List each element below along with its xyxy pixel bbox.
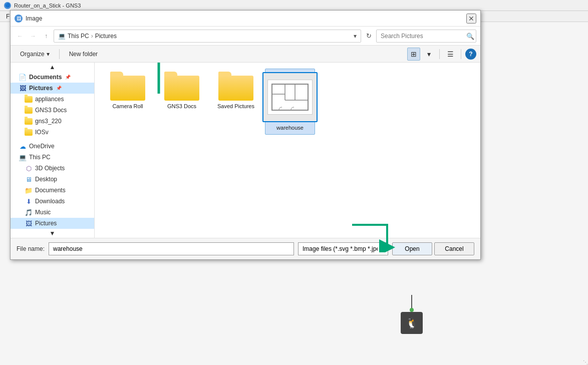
sidebar-appliances-label: appliances [35,96,64,103]
sidebar-item-pictures[interactable]: 🖼 Pictures 📌 [11,83,94,94]
dialog-icon: 🖼 [15,15,23,23]
desktop-icon: 🖥 [25,175,33,183]
sidebar-pictures2-label: Pictures [35,220,57,227]
thispc-icon: 💻 [19,153,27,161]
sidebar-music-label: Music [35,209,51,216]
folder-icon-gns3220 [25,117,33,125]
breadcrumb-pictures: Pictures [95,33,117,40]
breadcrumb: 💻 This PC › Pictures ▾ [54,30,361,43]
sidebar-item-gns3docs[interactable]: GNS3 Docs [11,105,94,116]
sidebar-scroll-up[interactable]: ▲ [11,63,94,72]
sidebar-documents-label: Documents [29,74,62,81]
file-item-saved-pictures[interactable]: Saved Pictures [211,69,261,135]
breadcrumb-sep: › [91,33,93,40]
nav-back-button[interactable]: ← [15,31,26,42]
sidebar-gns3220-label: gns3_220 [35,118,62,125]
warehouse-preview [262,72,318,122]
sidebar-item-desktop[interactable]: 🖥 Desktop [11,174,94,185]
toolbar-right: ⊞ ▾ ☰ ? [407,48,476,61]
documents2-icon: 📁 [25,186,33,194]
sidebar: ▲ 📄 Documents 📌 🖼 Pictures 📌 [11,63,95,238]
sidebar-item-appliances[interactable]: appliances [11,94,94,105]
pictures2-icon: 🖼 [25,219,33,227]
toolbar: Organize ▾ New folder ⊞ ▾ ☰ ? [11,46,480,63]
resize-handle[interactable]: ⋱ [582,359,588,365]
documents-icon: 📄 [19,73,27,81]
nav-up-button[interactable]: ↑ [41,31,52,42]
folder-icon-camera-roll [110,72,145,101]
sidebar-3dobjects-label: 3D Objects [35,165,65,172]
dialog-close-button[interactable]: ✕ [466,14,476,24]
toolbar-separator [59,49,60,59]
dialog-footer: File name: Image files (*.svg *.bmp *.jp… [11,238,480,259]
onedrive-icon: ☁ [19,142,27,150]
file-item-gns3-docs[interactable]: GNS3 Docs [157,69,207,135]
file-item-camera-roll[interactable]: Camera Roll [103,69,153,135]
refresh-button[interactable]: ↻ [363,31,374,42]
sidebar-item-gns3220[interactable]: gns3_220 [11,116,94,127]
sidebar-item-music[interactable]: 🎵 Music [11,207,94,218]
sidebar-documents2-label: Documents [35,187,66,194]
gns3-docs-name: GNS3 Docs [167,103,196,110]
sidebar-item-pictures2[interactable]: 🖼 Pictures [11,218,94,229]
saved-pictures-name: Saved Pictures [217,103,254,110]
folder-icon-saved-pictures [218,72,253,101]
help-button[interactable]: ? [465,49,476,60]
breadcrumb-icon: 💻 [58,33,66,40]
warehouse-img [267,80,313,115]
organize-dropdown-icon: ▾ [47,51,50,58]
sidebar-item-documents[interactable]: 📄 Documents 📌 [11,72,94,83]
sidebar-pictures-label: Pictures [29,85,53,92]
search-input[interactable] [376,30,476,43]
footer-buttons: Open Cancel [392,242,474,255]
camera-roll-name: Camera Roll [112,103,143,110]
dialog-titlebar: 🖼 Image ✕ [11,11,480,27]
sidebar-thispc-label: This PC [29,154,51,161]
breadcrumb-thispc: This PC [68,33,89,40]
music-icon: 🎵 [25,208,33,216]
svg-rect-0 [272,84,308,110]
dialog-body: ▲ 📄 Documents 📌 🖼 Pictures 📌 [11,63,480,238]
sidebar-item-onedrive[interactable]: ☁ OneDrive [11,141,94,152]
sidebar-desktop-label: Desktop [35,176,57,183]
search-container: 🔍 [376,30,476,43]
organize-label: Organize [20,51,45,58]
sidebar-item-downloads[interactable]: ⬇ Downloads [11,196,94,207]
downloads-icon: ⬇ [25,197,33,205]
cancel-button[interactable]: Cancel [434,242,474,255]
sidebar-item-thispc[interactable]: 💻 This PC [11,152,94,163]
sidebar-onedrive-label: OneDrive [29,143,55,150]
new-folder-button[interactable]: New folder [64,48,103,61]
dialog-title: Image [26,15,466,22]
filename-input[interactable] [49,242,294,255]
open-button[interactable]: Open [392,242,432,255]
folder-icon-gns3docs-large [164,72,199,101]
sidebar-downloads-label: Downloads [35,198,65,205]
toolbar-sep3 [461,49,461,59]
sidebar-item-3dobjects[interactable]: ⬡ 3D Objects [11,163,94,174]
file-area: Camera Roll GNS3 Docs [95,63,480,238]
pictures-icon: 🖼 [19,84,27,92]
view-large-icons-button[interactable]: ⊞ [407,48,420,61]
dialog-overlay: 🖼 Image ✕ ← → ↑ 💻 This PC › Pictures ▾ ↻ [0,0,588,365]
sidebar-item-iosv[interactable]: IOSv [11,127,94,138]
sidebar-iosv-label: IOSv [35,129,49,136]
address-bar: ← → ↑ 💻 This PC › Pictures ▾ ↻ 🔍 [11,27,480,46]
3dobjects-icon: ⬡ [25,164,33,172]
folder-icon-iosv [25,128,33,136]
sidebar-scroll-down[interactable]: ▼ [11,229,94,238]
view-dropdown-button[interactable]: ▾ [422,48,435,61]
pin-icon: 📌 [65,75,71,80]
nav-forward-button[interactable]: → [28,31,39,42]
sidebar-item-documents2[interactable]: 📁 Documents [11,185,94,196]
details-pane-button[interactable]: ☰ [444,48,457,61]
file-item-warehouse[interactable]: warehouse [265,69,315,135]
image-dialog: 🖼 Image ✕ ← → ↑ 💻 This PC › Pictures ▾ ↻ [10,10,481,260]
folder-icon-gns3docs [25,106,33,114]
organize-button[interactable]: Organize ▾ [15,48,55,61]
breadcrumb-dropdown[interactable]: ▾ [354,33,357,40]
folder-icon-appliances [25,95,33,103]
filename-label: File name: [17,245,45,252]
filetype-select[interactable]: Image files (*.svg *.bmp *.jpeg [298,242,388,255]
search-button[interactable]: 🔍 [466,32,474,40]
